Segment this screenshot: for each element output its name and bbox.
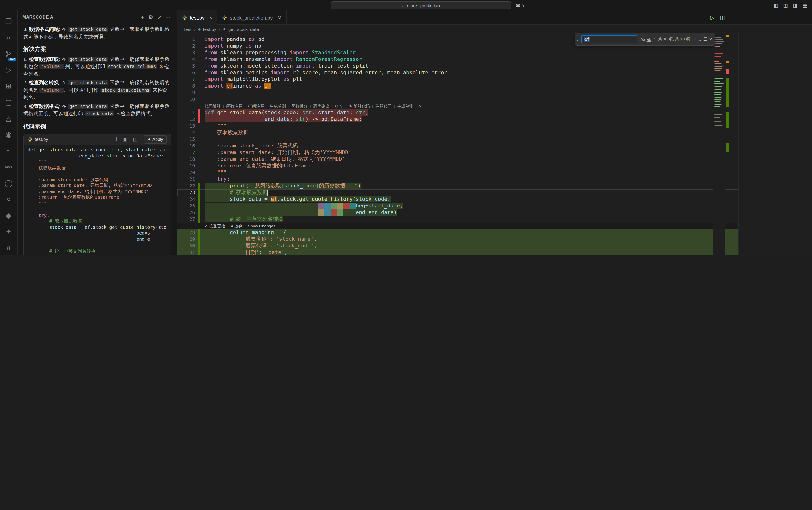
activity-remote-explorer-icon[interactable]: ▢ bbox=[1, 94, 16, 110]
code-sample-line: :param start_date: 开始日期, 格式为'YYYYMMDD' bbox=[28, 183, 167, 189]
chevron-down-icon: ∨ bbox=[522, 3, 525, 8]
tab-test-py[interactable]: test.py × bbox=[177, 10, 218, 25]
activity-gitlens-icon[interactable]: ◆ bbox=[1, 207, 16, 224]
find-in-selection-icon[interactable]: ☰ bbox=[703, 37, 707, 42]
activity-explorer-icon[interactable]: ❐ bbox=[1, 13, 16, 29]
whole-word-toggle[interactable]: ab bbox=[647, 37, 651, 42]
code-line: 15 bbox=[177, 136, 738, 143]
solutions-heading: 解决方案 bbox=[23, 46, 171, 53]
code-sample-line: stock_data.columns = [col.lower() for co… bbox=[28, 254, 167, 255]
codelens-action[interactable]: 函数注释 bbox=[226, 104, 242, 109]
discard-changes-button[interactable]: × 放弃 bbox=[231, 224, 242, 228]
match-case-toggle[interactable]: Aa bbox=[640, 37, 645, 42]
line-number: 3 bbox=[177, 50, 205, 56]
code-sample-filename: test.py bbox=[35, 136, 48, 143]
activity-cmake-icon[interactable]: C bbox=[1, 191, 16, 207]
command-center-search[interactable]: ⌕ stock_prediction bbox=[330, 1, 511, 9]
codelens-action[interactable]: 函数拆分 bbox=[291, 104, 308, 109]
codelens-action[interactable]: 行间注释 bbox=[248, 104, 264, 109]
new-chat-icon[interactable]: + bbox=[141, 14, 144, 20]
more-icon[interactable]: ··· bbox=[167, 14, 172, 20]
code-sample-line bbox=[28, 206, 167, 213]
codelens-action[interactable]: ◈ 解释代码 bbox=[348, 104, 370, 109]
activity-tool-circle-icon[interactable]: ◯ bbox=[1, 175, 16, 191]
activity-json-tool-icon[interactable]: {} bbox=[1, 240, 16, 255]
code-sample-line: """ bbox=[28, 201, 167, 206]
activity-run-debug-icon[interactable]: ▷ bbox=[1, 62, 16, 78]
codelens-action[interactable]: ⚙ ∨ bbox=[335, 104, 343, 109]
codelens-action[interactable]: 生成单测 bbox=[270, 104, 286, 109]
regex-toggle[interactable]: .* bbox=[652, 37, 655, 42]
activity-docker-icon[interactable]: ≈ bbox=[1, 143, 16, 159]
robot-icon bbox=[515, 2, 521, 8]
find-close-icon[interactable]: × bbox=[709, 37, 712, 42]
code-sample-line: :param end_date: 结束日期, 格式为'YYYYMMDD' bbox=[28, 189, 167, 195]
code-sample-line: def get_stock_data(stock_code: str, star… bbox=[28, 147, 167, 153]
code-line: 16 :param stock_code: 股票代码 bbox=[177, 143, 738, 149]
codelens-action[interactable]: 生成单测 bbox=[397, 104, 413, 109]
activity-aws-icon[interactable]: aws bbox=[1, 159, 16, 175]
codelens-action[interactable]: 注释代码 bbox=[375, 104, 392, 109]
minimap[interactable] bbox=[713, 33, 725, 255]
code-line: 21 try: bbox=[177, 176, 738, 183]
line-number: 17 bbox=[177, 149, 205, 156]
split-editor-icon[interactable]: ◫ bbox=[720, 15, 725, 21]
diff-icon[interactable]: ◫ bbox=[133, 136, 138, 143]
code-sample-line: :return: 包含股票数据的DataFrame bbox=[28, 195, 167, 201]
find-next-icon[interactable]: ↓ bbox=[699, 37, 701, 42]
code-sample-line: end=e bbox=[28, 236, 167, 242]
codelens-action[interactable]: 代码解释 bbox=[205, 104, 221, 109]
back-icon[interactable]: ← bbox=[225, 2, 230, 8]
line-number: 22 bbox=[177, 183, 205, 189]
codelens-action[interactable]: × bbox=[419, 104, 421, 109]
activity-testing-icon[interactable]: △ bbox=[1, 110, 16, 126]
activity-source-control-icon[interactable]: 10K bbox=[1, 46, 16, 62]
line-number: 19 bbox=[177, 163, 205, 169]
breadcrumb[interactable]: test› ◆ test.py› ❖ get_stock_data bbox=[177, 25, 812, 33]
accept-changes-button[interactable]: ✓ 接受更改 bbox=[205, 224, 225, 228]
codelens-actions[interactable]: 代码解释 | 函数注释 | 行间注释 | 生成单测 | 函数拆分 | 调优建议 … bbox=[177, 103, 738, 109]
apply-button[interactable]: ✦Apply bbox=[144, 135, 167, 144]
toggle-secondary-sidebar-icon[interactable]: ◨ bbox=[793, 3, 798, 8]
title-bar: ← → ⌕ stock_prediction ∨ ◧◫◨▦ bbox=[0, 0, 812, 10]
activity-jupyter-icon[interactable]: ◉ bbox=[1, 126, 16, 143]
more-actions-icon[interactable]: ··· bbox=[731, 15, 736, 21]
inline-diff-actions[interactable]: ✓ 接受更改 | × 放弃 | Show Changes bbox=[177, 223, 738, 229]
toggle-primary-sidebar-icon[interactable]: ◧ bbox=[774, 3, 778, 8]
show-changes-button[interactable]: Show Changes bbox=[248, 224, 275, 228]
line-number: 7 bbox=[177, 76, 205, 83]
insert-icon[interactable]: ▣ bbox=[123, 136, 127, 143]
tab-stock-prediction-py[interactable]: stock_prediction.py M bbox=[218, 10, 287, 24]
sparkle-icon: ✦ bbox=[147, 136, 151, 143]
python-icon bbox=[182, 15, 187, 20]
copy-icon[interactable]: ❐ bbox=[113, 136, 117, 143]
run-button[interactable]: ▷ bbox=[710, 15, 714, 21]
line-number: 31 bbox=[177, 249, 205, 255]
toggle-replace-icon[interactable]: › bbox=[577, 37, 579, 41]
code-sample-block: test.py ❐ ▣ ◫ ✦Apply def get_stock_data(… bbox=[23, 134, 171, 255]
line-number: 28 bbox=[177, 229, 205, 236]
editor[interactable]: 1import pandas as pd2import numpy as np3… bbox=[177, 33, 739, 255]
line-number: 4 bbox=[177, 56, 205, 63]
open-external-icon[interactable]: ↗ bbox=[157, 14, 162, 20]
python-icon bbox=[28, 137, 32, 142]
activity-search-icon[interactable]: ⌕ bbox=[1, 29, 16, 46]
close-icon[interactable]: × bbox=[209, 15, 212, 20]
ai-assistant-button[interactable]: ∨ bbox=[515, 1, 525, 9]
line-number: 24 bbox=[177, 196, 205, 203]
line-number: 29 bbox=[177, 236, 205, 243]
find-widget: › ef Aa ab .* 第 10 项, 共 10 项 ↑↓☰× bbox=[575, 33, 716, 46]
activity-tool-sparkle-icon[interactable]: ✦ bbox=[1, 224, 16, 240]
codelens-action[interactable]: 调优建议 bbox=[313, 104, 329, 109]
find-input[interactable]: ef bbox=[582, 35, 638, 43]
toggle-panel-icon[interactable]: ◫ bbox=[783, 3, 788, 8]
activity-extensions-icon[interactable]: ⊞ bbox=[1, 78, 16, 94]
find-previous-icon[interactable]: ↑ bbox=[695, 37, 697, 42]
forward-icon[interactable]: → bbox=[236, 2, 242, 8]
code-line: 25 beg=start_date, bbox=[177, 203, 738, 209]
customize-layout-icon[interactable]: ▦ bbox=[803, 3, 807, 8]
line-number: 15 bbox=[177, 136, 205, 143]
activity-bar: ❐⌕10K▷⊞▢△◉≈aws◯C◆✦{}◈◎❖ ☺⚙ bbox=[0, 10, 18, 255]
line-number: 30 bbox=[177, 243, 205, 249]
settings-icon[interactable]: ⚙ bbox=[148, 14, 153, 20]
